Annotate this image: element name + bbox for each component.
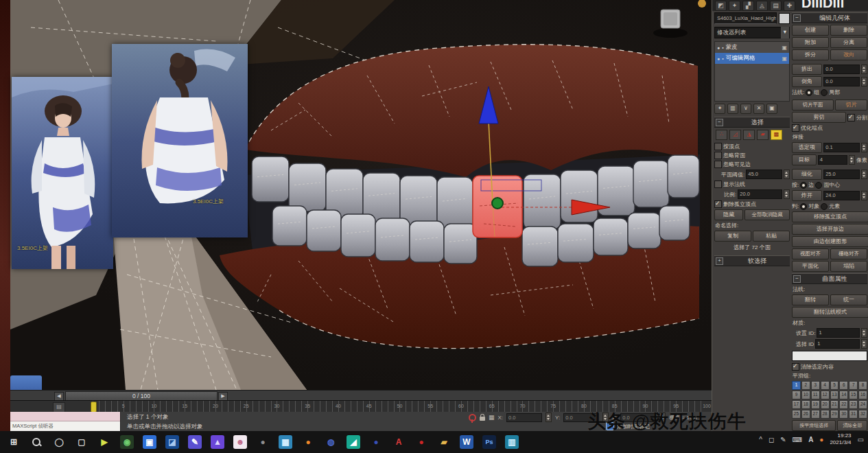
weld-target-button[interactable]: 目标 [792,154,817,165]
paste-button[interactable]: 粘贴 [753,231,790,242]
tooth-polygon[interactable] [341,214,375,257]
tray-chevron-icon[interactable]: ^ [759,436,762,443]
toolbar-icon[interactable]: ▤ [770,1,782,11]
spinner-arrows[interactable] [861,170,867,179]
tray-keyboard-icon[interactable]: ⌨ [793,436,802,443]
smoothing-group-29[interactable]: 29 [830,410,839,419]
select-open-edges-button[interactable]: 选择开放边 [792,224,868,235]
rollout-selection[interactable]: − 选择 [714,117,790,128]
select-id-spinner[interactable]: 1 [815,339,860,349]
tray-chat-icon[interactable]: ◻ [769,436,774,443]
spinner-arrows[interactable] [784,170,790,179]
hide-button[interactable]: 隐藏 [714,209,743,220]
smoothing-group-31[interactable]: 31 [849,410,858,419]
delete-button[interactable]: 删除 [830,25,867,36]
pin-stack-icon[interactable]: ✦ [714,104,725,114]
app-blue-icon[interactable]: ▣ [143,435,156,449]
ime-indicator[interactable]: A [808,436,813,443]
viewport[interactable]: 3.5EI0C上架 3.5EI0C上架 [10,0,712,390]
smoothing-group-13[interactable]: 13 [830,391,839,399]
smoothing-group-14[interactable]: 14 [839,391,848,399]
smoothing-group-16[interactable]: 16 [858,391,867,399]
tooth-polygon[interactable] [289,163,326,211]
edge-mode-icon[interactable]: ◿ [729,130,741,140]
attach-button[interactable]: 附加 [792,37,829,48]
smoothing-group-25[interactable]: 25 [792,410,801,419]
smoothing-group-6[interactable]: 6 [839,381,848,390]
visibility-icon[interactable]: ● [717,56,720,61]
toolbar-icon[interactable]: ✚ [784,1,795,11]
unhide-all-button[interactable]: 全部取消隐藏 [744,209,790,220]
remove-isolated-vertices-button[interactable]: 移除孤立顶点 [792,211,868,222]
explode-button[interactable]: 炸开 [792,190,822,201]
explode-elements-radio[interactable] [821,203,828,210]
tray-app-icon[interactable]: ● [819,436,823,443]
copy-button[interactable]: 复制 [714,231,751,242]
split-checkbox[interactable] [847,114,855,121]
ignore-backfacing-checkbox[interactable] [714,152,722,159]
smoothing-group-18[interactable]: 18 [801,400,810,409]
spinner-arrows[interactable] [861,328,867,338]
app-purple-icon[interactable]: ▲ [211,435,224,449]
smoothing-group-32[interactable]: 32 [858,410,867,419]
tray-pen-icon[interactable]: ✎ [780,436,786,443]
spinner-arrows[interactable] [861,339,867,349]
detach-button[interactable]: 分离 [830,37,867,48]
tessellate-edge-radio[interactable] [800,182,807,189]
notification-center-icon[interactable]: ▭ [858,436,864,443]
smoothing-group-7[interactable]: 7 [849,381,858,390]
tooth-polygon[interactable] [524,174,561,229]
collapse-icon[interactable]: − [716,119,723,126]
smoothing-group-10[interactable]: 10 [801,391,810,399]
element-mode-icon[interactable]: ▩ [771,130,782,140]
tooth-polygon[interactable] [633,161,669,207]
app-navy-icon[interactable]: ◍ [324,435,338,449]
slice-plane-button[interactable]: 切片平面 [792,100,834,111]
smoothing-group-2[interactable]: 2 [801,381,810,390]
smoothing-group-24[interactable]: 24 [858,400,867,409]
smoothing-group-23[interactable]: 23 [849,400,858,409]
set-id-spinner[interactable]: 1 [817,328,860,338]
turn-button[interactable]: 改向 [830,49,867,60]
normal-group-radio[interactable] [806,89,812,96]
collapse-icon[interactable]: − [793,275,801,283]
spinner-arrows[interactable] [849,155,855,165]
bevel-spinner[interactable]: 0.0 [823,77,860,86]
search-icon[interactable] [30,435,43,449]
tooth-polygon[interactable] [522,226,558,266]
slice-button[interactable]: 切片 [835,100,867,111]
word-icon[interactable]: W [460,435,473,449]
normal-scale-spinner[interactable]: 20.0 [738,189,782,199]
extrude-button[interactable]: 挤出 [792,64,822,75]
photoshop-icon[interactable]: Ps [482,435,496,449]
toolbar-icon[interactable]: ◩ [715,1,727,11]
autodesk-app-icon[interactable]: A [392,435,406,449]
smoothing-group-8[interactable]: 8 [858,381,867,390]
extrude-spinner[interactable]: 0.0 [823,65,860,74]
selection-lock-icon[interactable] [480,417,485,421]
x-coordinate-field[interactable]: 0.0 [506,413,542,422]
task-view-icon[interactable]: ▢ [75,435,89,449]
normal-local-radio[interactable] [821,89,828,96]
collapse-icon[interactable]: − [793,14,801,22]
tooth-polygon[interactable] [272,206,307,246]
smoothing-group-5[interactable]: 5 [830,381,839,390]
smoothing-group-21[interactable]: 21 [830,400,839,409]
toolbar-icon[interactable]: ✦ [729,1,740,11]
bevel-button[interactable]: 倒角 [792,76,822,87]
object-name-field[interactable]: S4603_LuXia_Haed_High [714,12,777,24]
view-align-button[interactable]: 视图对齐 [792,248,829,259]
tooth-polygon[interactable] [375,218,410,261]
cortana-icon[interactable]: ◯ [52,435,66,449]
grid-align-button[interactable]: 栅格对齐 [830,248,867,259]
time-slider-handle[interactable]: 0 / 100 [65,391,218,401]
flip-normal-mode-button[interactable]: 翻转法线模式 [792,307,868,318]
make-planar-button[interactable]: 平面化 [792,261,829,272]
planar-threshold-spinner[interactable]: 45.0 [746,170,782,179]
object-color-swatch[interactable] [779,13,790,24]
smoothing-group-17[interactable]: 17 [792,400,801,409]
expand-icon[interactable]: + [716,257,723,265]
app-navy2-icon[interactable]: ● [369,435,383,449]
remove-modifier-icon[interactable]: ✕ [753,104,764,114]
potplayer-icon[interactable]: ▶ [97,435,111,449]
